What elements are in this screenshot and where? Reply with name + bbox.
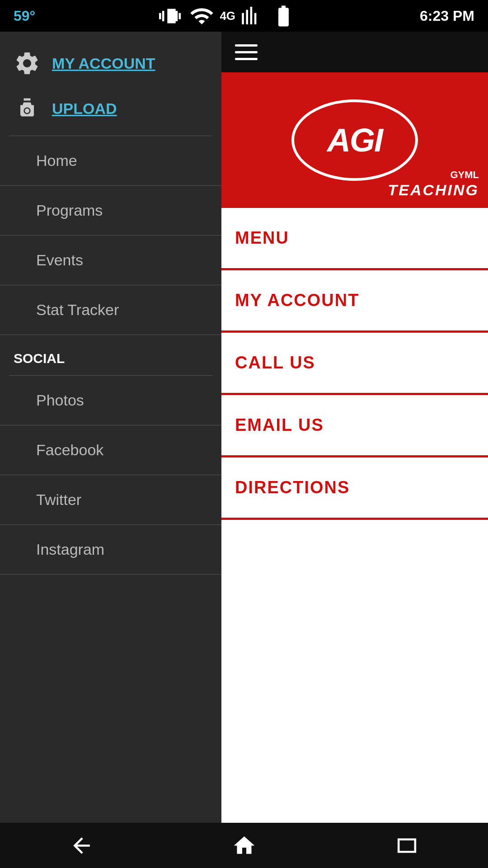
upload-label: UPLOAD bbox=[52, 100, 117, 118]
status-icons: 4G bbox=[159, 4, 296, 28]
sidebar-item-stat-tracker[interactable]: Stat Tracker bbox=[0, 285, 221, 335]
battery-icon bbox=[271, 4, 296, 28]
home-icon bbox=[232, 833, 257, 858]
directions-button[interactable]: DIRECTIONS bbox=[221, 458, 488, 520]
hamburger-button[interactable] bbox=[235, 44, 258, 60]
content-panel: AGI GYML TEACHING MENU MY ACCOUNT CALL U… bbox=[221, 32, 488, 823]
sidebar-item-photos[interactable]: Photos bbox=[0, 376, 221, 425]
back-icon bbox=[69, 833, 94, 858]
teaching-text: TEACHING bbox=[388, 181, 479, 199]
back-button[interactable] bbox=[63, 827, 99, 863]
menu-button[interactable]: MENU bbox=[221, 208, 488, 270]
upload-item[interactable]: UPLOAD bbox=[14, 95, 208, 122]
sidebar-item-instagram[interactable]: Instagram bbox=[0, 525, 221, 575]
menu-buttons: MENU MY ACCOUNT CALL US EMAIL US DIRECTI… bbox=[221, 208, 488, 520]
hamburger-line-2 bbox=[235, 51, 258, 53]
home-button[interactable] bbox=[226, 827, 262, 863]
gym-logo-letters: AGI bbox=[327, 122, 382, 159]
recents-button[interactable] bbox=[389, 827, 425, 863]
sidebar-social-nav: Photos Facebook Twitter Instagram bbox=[0, 376, 221, 575]
camera-icon bbox=[14, 95, 41, 122]
hamburger-line-3 bbox=[235, 58, 258, 60]
call-us-button[interactable]: CALL US bbox=[221, 333, 488, 395]
gym-logo-oval: AGI bbox=[291, 99, 418, 181]
my-account-button[interactable]: MY ACCOUNT bbox=[221, 270, 488, 333]
status-temperature: 59° bbox=[14, 8, 35, 24]
network-label: 4G bbox=[220, 9, 235, 23]
sidebar-item-programs[interactable]: Programs bbox=[0, 186, 221, 236]
gym-subtitle-text: GYML bbox=[450, 169, 479, 181]
sidebar-item-events[interactable]: Events bbox=[0, 236, 221, 285]
gym-logo-area: AGI GYML TEACHING bbox=[221, 72, 488, 208]
recents-icon bbox=[394, 833, 419, 858]
status-time: 6:23 PM bbox=[420, 8, 474, 24]
gear-icon bbox=[14, 50, 41, 77]
sidebar-header: MY ACCOUNT UPLOAD bbox=[0, 32, 221, 136]
content-header bbox=[221, 32, 488, 72]
my-account-label: MY ACCOUNT bbox=[52, 55, 155, 72]
bottom-nav-bar bbox=[0, 823, 488, 868]
signal-icon bbox=[241, 4, 266, 28]
vibrate-icon bbox=[159, 4, 184, 28]
my-account-item[interactable]: MY ACCOUNT bbox=[14, 50, 208, 77]
sidebar-item-home[interactable]: Home bbox=[0, 136, 221, 186]
email-us-button[interactable]: EMAIL US bbox=[221, 395, 488, 458]
hamburger-line-1 bbox=[235, 44, 258, 47]
sidebar: MY ACCOUNT UPLOAD Home Programs Events S… bbox=[0, 32, 221, 823]
sidebar-nav: Home Programs Events Stat Tracker bbox=[0, 136, 221, 335]
sidebar-item-twitter[interactable]: Twitter bbox=[0, 475, 221, 525]
social-section-label: SOCIAL bbox=[0, 335, 221, 375]
sidebar-item-facebook[interactable]: Facebook bbox=[0, 425, 221, 475]
status-bar: 59° 4G 6:23 PM bbox=[0, 0, 488, 32]
wifi-icon bbox=[189, 4, 214, 28]
